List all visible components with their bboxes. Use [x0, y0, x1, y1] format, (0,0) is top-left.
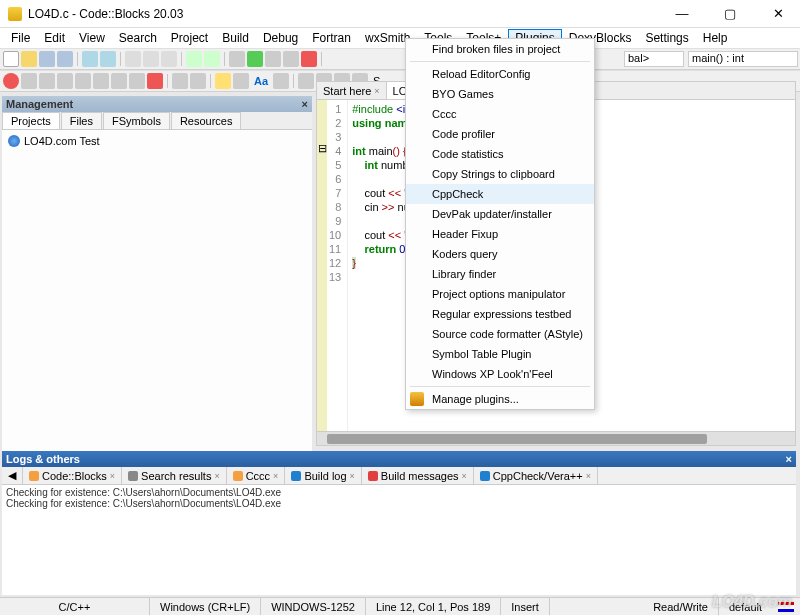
build-target-dropdown[interactable]: bal>	[624, 51, 684, 67]
horizontal-scrollbar[interactable]	[317, 431, 795, 445]
highlight-icon[interactable]	[215, 73, 231, 89]
log-tab[interactable]: Search results×	[122, 467, 227, 484]
step-out-icon[interactable]	[75, 73, 91, 89]
plugins-menu-item[interactable]: Copy Strings to clipboard	[406, 164, 594, 184]
break-icon[interactable]	[129, 73, 145, 89]
block-select-icon[interactable]	[298, 73, 314, 89]
plugins-menu-item[interactable]: CppCheck	[406, 184, 594, 204]
plugins-menu-item[interactable]: Cccc	[406, 104, 594, 124]
status-language: C/C++	[0, 598, 150, 615]
step-into-icon[interactable]	[57, 73, 73, 89]
logs-prev-icon[interactable]: ◀	[2, 467, 23, 484]
tab-close-icon[interactable]: ×	[350, 471, 355, 481]
logs-title: Logs & others	[6, 453, 80, 465]
plugins-menu-item[interactable]: Symbol Table Plugin	[406, 344, 594, 364]
abort-icon[interactable]	[301, 51, 317, 67]
replace-icon[interactable]	[204, 51, 220, 67]
stop-debug-icon[interactable]	[147, 73, 163, 89]
status-readwrite: Read/Write	[643, 598, 719, 615]
menu-search[interactable]: Search	[112, 29, 164, 47]
new-file-icon[interactable]	[3, 51, 19, 67]
build-run-icon[interactable]	[265, 51, 281, 67]
tab-close-icon[interactable]: ×	[273, 471, 278, 481]
sidebar-tab-resources[interactable]: Resources	[171, 112, 242, 129]
line-number-gutter: 12345678910111213	[327, 100, 348, 431]
plugins-menu-item[interactable]: Windows XP Look'n'Feel	[406, 364, 594, 384]
plugins-menu-item[interactable]: Code profiler	[406, 124, 594, 144]
menu-file[interactable]: File	[4, 29, 37, 47]
next-instr-icon[interactable]	[93, 73, 109, 89]
scope-dropdown[interactable]: main() : int	[688, 51, 798, 67]
selection-icon[interactable]	[233, 73, 249, 89]
plugins-menu-item[interactable]: Regular expressions testbed	[406, 304, 594, 324]
minimize-button[interactable]: —	[668, 6, 696, 21]
regex-icon[interactable]	[273, 73, 289, 89]
management-close-icon[interactable]: ×	[302, 98, 308, 110]
logs-close-icon[interactable]: ×	[786, 453, 792, 465]
run-to-cursor-icon[interactable]	[21, 73, 37, 89]
menu-settings[interactable]: Settings	[638, 29, 695, 47]
plugins-menu-item[interactable]: Reload EditorConfig	[406, 64, 594, 84]
log-tab[interactable]: Build log×	[285, 467, 361, 484]
log-tab[interactable]: Cccc×	[227, 467, 286, 484]
undo-icon[interactable]	[82, 51, 98, 67]
log-tab[interactable]: Code::Blocks×	[23, 467, 122, 484]
build-icon[interactable]	[229, 51, 245, 67]
menu-edit[interactable]: Edit	[37, 29, 72, 47]
tab-close-icon[interactable]: ×	[586, 471, 591, 481]
separator	[167, 74, 168, 88]
save-all-icon[interactable]	[57, 51, 73, 67]
log-tab-icon	[29, 471, 39, 481]
menu-build[interactable]: Build	[215, 29, 256, 47]
separator	[181, 52, 182, 66]
menu-fortran[interactable]: Fortran	[305, 29, 358, 47]
sidebar-tab-files[interactable]: Files	[61, 112, 102, 129]
menu-help[interactable]: Help	[696, 29, 735, 47]
maximize-button[interactable]: ▢	[716, 6, 744, 21]
app-icon	[8, 7, 22, 21]
editor-tab[interactable]: Start here×	[317, 82, 387, 99]
project-icon	[8, 135, 20, 147]
tab-close-icon[interactable]: ×	[110, 471, 115, 481]
open-file-icon[interactable]	[21, 51, 37, 67]
debug-run-icon[interactable]	[3, 73, 19, 89]
sidebar-tab-fsymbols[interactable]: FSymbols	[103, 112, 170, 129]
plugins-menu-item[interactable]: Code statistics	[406, 144, 594, 164]
plugins-menu-item[interactable]: Source code formatter (AStyle)	[406, 324, 594, 344]
menu-view[interactable]: View	[72, 29, 112, 47]
plugins-menu-item[interactable]: Project options manipulator	[406, 284, 594, 304]
tree-project-item[interactable]: LO4D.com Test	[6, 134, 308, 148]
run-icon[interactable]	[247, 51, 263, 67]
log-tab[interactable]: CppCheck/Vera++×	[474, 467, 598, 484]
close-button[interactable]: ✕	[764, 6, 792, 21]
save-icon[interactable]	[39, 51, 55, 67]
step-instr-icon[interactable]	[111, 73, 127, 89]
next-line-icon[interactable]	[39, 73, 55, 89]
find-icon[interactable]	[186, 51, 202, 67]
paste-icon[interactable]	[161, 51, 177, 67]
tab-close-icon[interactable]: ×	[374, 86, 379, 96]
debug-windows-icon[interactable]	[172, 73, 188, 89]
plugins-menu-item[interactable]: BYO Games	[406, 84, 594, 104]
copy-icon[interactable]	[143, 51, 159, 67]
tab-close-icon[interactable]: ×	[462, 471, 467, 481]
menu-debug[interactable]: Debug	[256, 29, 305, 47]
redo-icon[interactable]	[100, 51, 116, 67]
cut-icon[interactable]	[125, 51, 141, 67]
status-eol: Windows (CR+LF)	[150, 598, 261, 615]
window-controls: — ▢ ✕	[668, 6, 792, 21]
plugins-menu-item[interactable]: Header Fixup	[406, 224, 594, 244]
scrollbar-thumb[interactable]	[327, 434, 707, 444]
rebuild-icon[interactable]	[283, 51, 299, 67]
plugins-menu-item[interactable]: Find broken files in project	[406, 39, 594, 59]
logs-content[interactable]: Checking for existence: C:\Users\ahorn\D…	[2, 485, 796, 595]
log-tab[interactable]: Build messages×	[362, 467, 474, 484]
sidebar-tab-projects[interactable]: Projects	[2, 112, 60, 129]
info-icon[interactable]	[190, 73, 206, 89]
menu-project[interactable]: Project	[164, 29, 215, 47]
tab-close-icon[interactable]: ×	[214, 471, 219, 481]
plugins-menu-item[interactable]: DevPak updater/installer	[406, 204, 594, 224]
plugins-menu-item[interactable]: Koders query	[406, 244, 594, 264]
manage-plugins-item[interactable]: Manage plugins...	[406, 389, 594, 409]
plugins-menu-item[interactable]: Library finder	[406, 264, 594, 284]
